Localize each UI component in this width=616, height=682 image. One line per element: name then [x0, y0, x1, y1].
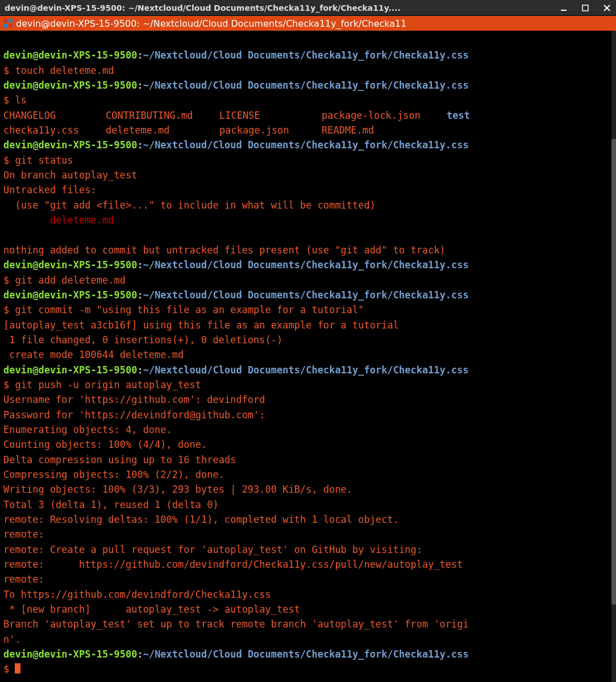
status-untracked-hint: (use "git add <file>..." to include in w…: [3, 199, 376, 211]
prompt-sep: :: [137, 49, 143, 61]
window-titlebar[interactable]: devin@devin-XPS-15-9500: ~/Nextcloud/Clo…: [0, 0, 616, 16]
commit-out: [autoplay_test a3cb16f] using this file …: [3, 319, 399, 331]
prompt-sep: :: [137, 259, 143, 271]
tab-title: devin@devin-XPS-15-9500: ~/Nextcloud/Clo…: [16, 18, 406, 29]
ls-item: CHANGELOG: [3, 108, 106, 123]
push-out: Delta compression using up to 16 threads: [3, 454, 236, 465]
push-out: Username for 'https://github.com': devin…: [3, 394, 265, 405]
ls-item: deleteme.md: [106, 123, 219, 138]
prompt-user: devin@devin-XPS-15-9500: [3, 80, 137, 91]
push-out: remote:: [3, 573, 50, 585]
prompt-sep: :: [137, 289, 143, 301]
svg-rect-1: [582, 5, 588, 11]
cmd-git-status: git status: [15, 155, 73, 166]
maximize-button[interactable]: [581, 3, 590, 13]
ls-item: CONTRIBUTING.md: [106, 108, 219, 123]
prompt-user: devin@devin-XPS-15-9500: [3, 648, 137, 660]
cmd-ls: ls: [15, 94, 26, 106]
prompt-path: ~/Nextcloud/Cloud Documents/Checka11y_fo…: [143, 49, 469, 61]
commit-out: 1 file changed, 0 insertions(+), 0 delet…: [3, 334, 282, 346]
push-out: Compressing objects: 100% (2/2), done.: [3, 469, 224, 480]
push-out: n'.: [3, 634, 21, 645]
push-out: remote: Resolving deltas: 100% (1/1), co…: [3, 514, 399, 525]
commit-out: create mode 100644 deleteme.md: [3, 349, 184, 360]
status-untracked-head: Untracked files:: [3, 184, 97, 196]
push-out: Writing objects: 100% (3/3), 293 bytes |…: [3, 484, 352, 495]
prompt-dollar: $: [3, 663, 15, 675]
prompt-user: devin@devin-XPS-15-9500: [3, 49, 137, 61]
prompt-path: ~/Nextcloud/Cloud Documents/Checka11y_fo…: [143, 80, 469, 91]
push-out: Enumerating objects: 4, done.: [3, 424, 172, 435]
prompt-dollar: $: [3, 94, 15, 106]
push-out: Password for 'https://devindford@github.…: [3, 409, 271, 421]
cursor: [15, 663, 20, 673]
ls-item-dir: test: [447, 108, 470, 123]
push-out: To https://github.com/devindford/Checka1…: [3, 589, 271, 600]
window-title: devin@devin-XPS-15-9500: ~/Nextcloud/Clo…: [5, 3, 559, 13]
ls-item: checka11y.css: [3, 123, 106, 138]
cmd-git-push: git push -u origin autoplay_test: [15, 379, 201, 390]
prompt-sep: :: [137, 648, 143, 660]
scrollbar-thumb[interactable]: [611, 139, 616, 605]
scrollbar[interactable]: [611, 31, 616, 682]
prompt-user: devin@devin-XPS-15-9500: [3, 259, 137, 271]
push-out: Counting objects: 100% (4/4), done.: [3, 439, 207, 450]
prompt-user: devin@devin-XPS-15-9500: [3, 289, 137, 301]
push-out: * [new branch] autoplay_test -> autoplay…: [3, 604, 300, 615]
status-nothing: nothing added to commit but untracked fi…: [3, 244, 446, 256]
cmd-touch: touch deleteme.md: [15, 65, 114, 76]
prompt-user: devin@devin-XPS-15-9500: [3, 139, 137, 151]
prompt-path: ~/Nextcloud/Cloud Documents/Checka11y_fo…: [143, 364, 469, 376]
status-branch: On branch autoplay_test: [3, 169, 137, 181]
prompt-sep: :: [137, 139, 143, 151]
push-out: remote:: [3, 529, 50, 540]
cmd-git-commit: git commit -m "using this file as an exa…: [15, 304, 364, 315]
ls-item: LICENSE: [219, 108, 322, 123]
terminal-body[interactable]: devin@devin-XPS-15-9500:~/Nextcloud/Clou…: [0, 31, 616, 682]
svg-rect-0: [561, 10, 567, 11]
prompt-path: ~/Nextcloud/Cloud Documents/Checka11y_fo…: [143, 648, 469, 660]
prompt-dollar: $: [3, 275, 15, 286]
prompt-path: ~/Nextcloud/Cloud Documents/Checka11y_fo…: [143, 139, 469, 151]
prompt-dollar: $: [3, 304, 15, 315]
prompt-sep: :: [137, 364, 143, 376]
prompt-path: ~/Nextcloud/Cloud Documents/Checka11y_fo…: [143, 259, 469, 271]
close-button[interactable]: [602, 3, 611, 13]
ls-item: package.json: [219, 123, 322, 138]
prompt-dollar: $: [3, 155, 15, 166]
ls-item: README.md: [322, 123, 374, 138]
push-out: remote: https://github.com/devindford/Ch…: [3, 559, 463, 570]
push-out: Branch 'autoplay_test' set up to track r…: [3, 618, 469, 630]
ls-row: CHANGELOGCONTRIBUTING.mdLICENSEpackage-l…: [3, 108, 613, 123]
minimize-button[interactable]: [559, 3, 568, 13]
ls-item: package-lock.json: [322, 108, 447, 123]
terminal-tabbar[interactable]: devin@devin-XPS-15-9500: ~/Nextcloud/Clo…: [0, 16, 616, 31]
prompt-dollar: $: [3, 379, 15, 390]
ls-row: checka11y.cssdeleteme.mdpackage.jsonREAD…: [3, 123, 613, 138]
status-untracked-file: deleteme.md: [3, 214, 114, 226]
prompt-path: ~/Nextcloud/Cloud Documents/Checka11y_fo…: [143, 289, 469, 301]
prompt-user: devin@devin-XPS-15-9500: [3, 364, 137, 376]
prompt-sep: :: [137, 80, 143, 91]
push-out: remote: Create a pull request for 'autop…: [3, 544, 422, 555]
terminal-window: devin@devin-XPS-15-9500: ~/Nextcloud/Clo…: [0, 0, 616, 682]
window-controls: [559, 3, 611, 13]
terminal-icon: [3, 19, 13, 28]
prompt-dollar: $: [3, 65, 15, 76]
cmd-git-add: git add deleteme.md: [15, 275, 125, 286]
push-out: Total 3 (delta 1), reused 1 (delta 0): [3, 499, 219, 510]
